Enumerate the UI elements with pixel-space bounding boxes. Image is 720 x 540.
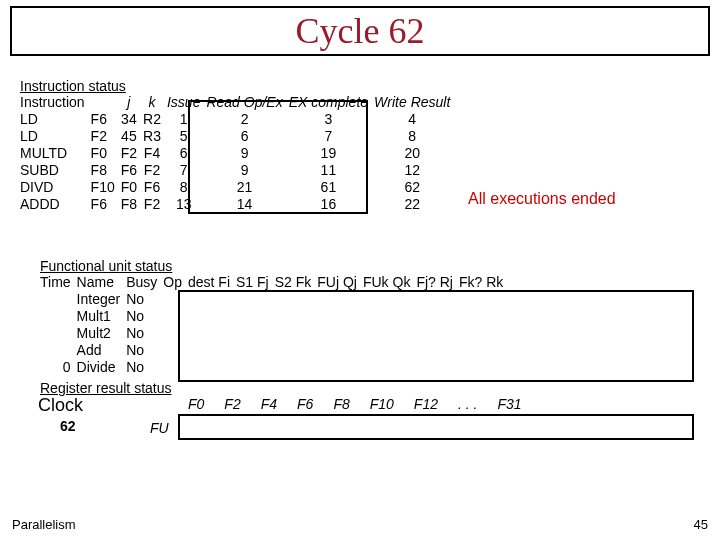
col-s2: S2 Fk	[275, 274, 318, 291]
cell: F2	[143, 196, 167, 213]
cell: 22	[374, 196, 456, 213]
cell	[40, 325, 77, 342]
reg: F12	[404, 396, 448, 412]
cell: F8	[121, 196, 143, 213]
col-instruction: Instruction	[20, 94, 91, 111]
cell: MULTD	[20, 145, 91, 162]
reg: F0	[178, 396, 214, 412]
reg: F8	[323, 396, 359, 412]
cell: Mult1	[77, 308, 127, 325]
instruction-status-heading: Instruction status	[20, 78, 456, 94]
clock-label: Clock	[38, 395, 83, 416]
page-title: Cycle 62	[12, 8, 708, 54]
cell: F2	[143, 162, 167, 179]
cell: 62	[374, 179, 456, 196]
cell	[40, 342, 77, 359]
cell: ADDD	[20, 196, 91, 213]
col-fuk: FUk Qk	[363, 274, 416, 291]
cell: 4	[374, 111, 456, 128]
register-box	[178, 414, 694, 440]
cell: F2	[91, 128, 121, 145]
annotation-note: All executions ended	[468, 190, 616, 208]
fu-status-box	[178, 290, 694, 382]
cell: F2	[121, 145, 143, 162]
cell: Divide	[77, 359, 127, 376]
col-k: k	[143, 94, 167, 111]
col-fj: Fj? Rj	[416, 274, 459, 291]
col-fuj: FUj Qj	[317, 274, 363, 291]
cell	[40, 308, 77, 325]
cell: F0	[91, 145, 121, 162]
cell: LD	[20, 128, 91, 145]
cell: F6	[143, 179, 167, 196]
cell: 8	[374, 128, 456, 145]
cell: LD	[20, 111, 91, 128]
cell: F0	[121, 179, 143, 196]
cell: R2	[143, 111, 167, 128]
col-j: j	[121, 94, 143, 111]
cell: SUBD	[20, 162, 91, 179]
col-time: Time	[40, 274, 77, 291]
cell: No	[126, 291, 163, 308]
footer-left: Parallelism	[12, 517, 76, 532]
cell: No	[126, 359, 163, 376]
register-row: F0 F2 F4 F6 F8 F10 F12 . . . F31	[178, 396, 532, 412]
reg: . . .	[448, 396, 487, 412]
cell: Add	[77, 342, 127, 359]
clock-value: 62	[60, 418, 76, 434]
cell: F6	[121, 162, 143, 179]
col-name: Name	[77, 274, 127, 291]
col-busy: Busy	[126, 274, 163, 291]
cell: No	[126, 325, 163, 342]
cell: 12	[374, 162, 456, 179]
cell: R3	[143, 128, 167, 145]
cell	[40, 291, 77, 308]
cell: No	[126, 308, 163, 325]
cell: F4	[143, 145, 167, 162]
cell: 0	[40, 359, 77, 376]
cell: 45	[121, 128, 143, 145]
cell: F10	[91, 179, 121, 196]
cell: 20	[374, 145, 456, 162]
cell: No	[126, 342, 163, 359]
instruction-result-box	[188, 100, 368, 214]
reg: F10	[360, 396, 404, 412]
col-write: Write Result	[374, 94, 456, 111]
title-box: Cycle 62	[10, 6, 710, 56]
reg: F2	[214, 396, 250, 412]
reg: F6	[287, 396, 323, 412]
fu-row-label: FU	[150, 420, 169, 436]
footer-right: 45	[694, 517, 708, 532]
cell: Mult2	[77, 325, 127, 342]
col-fk: Fk? Rk	[459, 274, 509, 291]
cell: F6	[91, 196, 121, 213]
col-op: Op	[163, 274, 188, 291]
cell: F6	[91, 111, 121, 128]
register-result-status-heading: Register result status	[40, 380, 172, 396]
cell: 34	[121, 111, 143, 128]
reg: F4	[251, 396, 287, 412]
cell: Integer	[77, 291, 127, 308]
col-s1: S1 Fj	[236, 274, 275, 291]
fu-status-heading: Functional unit status	[40, 258, 509, 274]
reg: F31	[487, 396, 531, 412]
col-dest: dest Fi	[188, 274, 236, 291]
cell: F8	[91, 162, 121, 179]
cell: DIVD	[20, 179, 91, 196]
